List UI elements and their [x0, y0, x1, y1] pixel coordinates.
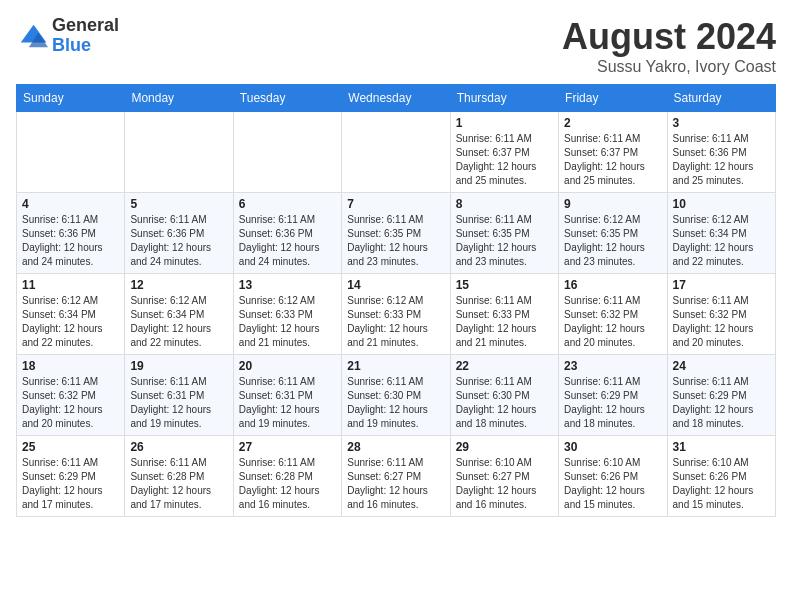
day-info: Sunrise: 6:11 AM Sunset: 6:29 PM Dayligh…	[673, 375, 770, 431]
day-cell: 11Sunrise: 6:12 AM Sunset: 6:34 PM Dayli…	[17, 274, 125, 355]
week-row-3: 11Sunrise: 6:12 AM Sunset: 6:34 PM Dayli…	[17, 274, 776, 355]
week-row-1: 1Sunrise: 6:11 AM Sunset: 6:37 PM Daylig…	[17, 112, 776, 193]
day-cell: 22Sunrise: 6:11 AM Sunset: 6:30 PM Dayli…	[450, 355, 558, 436]
day-cell: 12Sunrise: 6:12 AM Sunset: 6:34 PM Dayli…	[125, 274, 233, 355]
day-number: 5	[130, 197, 227, 211]
day-cell: 2Sunrise: 6:11 AM Sunset: 6:37 PM Daylig…	[559, 112, 667, 193]
day-info: Sunrise: 6:11 AM Sunset: 6:37 PM Dayligh…	[456, 132, 553, 188]
weekday-tuesday: Tuesday	[233, 85, 341, 112]
page-header: General Blue August 2024 Sussu Yakro, Iv…	[16, 16, 776, 76]
day-number: 26	[130, 440, 227, 454]
day-number: 14	[347, 278, 444, 292]
week-row-4: 18Sunrise: 6:11 AM Sunset: 6:32 PM Dayli…	[17, 355, 776, 436]
weekday-friday: Friday	[559, 85, 667, 112]
day-cell: 25Sunrise: 6:11 AM Sunset: 6:29 PM Dayli…	[17, 436, 125, 517]
location: Sussu Yakro, Ivory Coast	[562, 58, 776, 76]
day-cell: 8Sunrise: 6:11 AM Sunset: 6:35 PM Daylig…	[450, 193, 558, 274]
day-info: Sunrise: 6:11 AM Sunset: 6:35 PM Dayligh…	[456, 213, 553, 269]
day-number: 3	[673, 116, 770, 130]
day-number: 30	[564, 440, 661, 454]
logo-text: General Blue	[52, 16, 119, 56]
day-info: Sunrise: 6:10 AM Sunset: 6:26 PM Dayligh…	[564, 456, 661, 512]
weekday-wednesday: Wednesday	[342, 85, 450, 112]
day-info: Sunrise: 6:12 AM Sunset: 6:35 PM Dayligh…	[564, 213, 661, 269]
day-number: 17	[673, 278, 770, 292]
day-cell	[125, 112, 233, 193]
title-block: August 2024 Sussu Yakro, Ivory Coast	[562, 16, 776, 76]
day-cell: 9Sunrise: 6:12 AM Sunset: 6:35 PM Daylig…	[559, 193, 667, 274]
day-info: Sunrise: 6:11 AM Sunset: 6:31 PM Dayligh…	[239, 375, 336, 431]
weekday-monday: Monday	[125, 85, 233, 112]
day-cell: 30Sunrise: 6:10 AM Sunset: 6:26 PM Dayli…	[559, 436, 667, 517]
day-info: Sunrise: 6:11 AM Sunset: 6:29 PM Dayligh…	[564, 375, 661, 431]
day-number: 13	[239, 278, 336, 292]
weekday-sunday: Sunday	[17, 85, 125, 112]
day-cell: 3Sunrise: 6:11 AM Sunset: 6:36 PM Daylig…	[667, 112, 775, 193]
day-info: Sunrise: 6:11 AM Sunset: 6:37 PM Dayligh…	[564, 132, 661, 188]
week-row-2: 4Sunrise: 6:11 AM Sunset: 6:36 PM Daylig…	[17, 193, 776, 274]
day-info: Sunrise: 6:12 AM Sunset: 6:34 PM Dayligh…	[673, 213, 770, 269]
day-info: Sunrise: 6:12 AM Sunset: 6:34 PM Dayligh…	[130, 294, 227, 350]
day-cell: 17Sunrise: 6:11 AM Sunset: 6:32 PM Dayli…	[667, 274, 775, 355]
day-cell: 15Sunrise: 6:11 AM Sunset: 6:33 PM Dayli…	[450, 274, 558, 355]
day-number: 21	[347, 359, 444, 373]
weekday-saturday: Saturday	[667, 85, 775, 112]
day-cell: 18Sunrise: 6:11 AM Sunset: 6:32 PM Dayli…	[17, 355, 125, 436]
day-cell: 5Sunrise: 6:11 AM Sunset: 6:36 PM Daylig…	[125, 193, 233, 274]
day-number: 7	[347, 197, 444, 211]
day-info: Sunrise: 6:11 AM Sunset: 6:31 PM Dayligh…	[130, 375, 227, 431]
day-info: Sunrise: 6:11 AM Sunset: 6:30 PM Dayligh…	[456, 375, 553, 431]
day-number: 8	[456, 197, 553, 211]
day-cell	[17, 112, 125, 193]
day-info: Sunrise: 6:11 AM Sunset: 6:35 PM Dayligh…	[347, 213, 444, 269]
day-info: Sunrise: 6:10 AM Sunset: 6:27 PM Dayligh…	[456, 456, 553, 512]
week-row-5: 25Sunrise: 6:11 AM Sunset: 6:29 PM Dayli…	[17, 436, 776, 517]
day-number: 1	[456, 116, 553, 130]
day-number: 23	[564, 359, 661, 373]
day-number: 24	[673, 359, 770, 373]
weekday-thursday: Thursday	[450, 85, 558, 112]
logo-line2: Blue	[52, 36, 119, 56]
day-cell: 4Sunrise: 6:11 AM Sunset: 6:36 PM Daylig…	[17, 193, 125, 274]
day-cell	[342, 112, 450, 193]
day-cell: 26Sunrise: 6:11 AM Sunset: 6:28 PM Dayli…	[125, 436, 233, 517]
day-number: 6	[239, 197, 336, 211]
day-info: Sunrise: 6:11 AM Sunset: 6:30 PM Dayligh…	[347, 375, 444, 431]
day-number: 2	[564, 116, 661, 130]
day-cell: 21Sunrise: 6:11 AM Sunset: 6:30 PM Dayli…	[342, 355, 450, 436]
day-cell: 23Sunrise: 6:11 AM Sunset: 6:29 PM Dayli…	[559, 355, 667, 436]
day-number: 22	[456, 359, 553, 373]
day-number: 10	[673, 197, 770, 211]
day-cell: 24Sunrise: 6:11 AM Sunset: 6:29 PM Dayli…	[667, 355, 775, 436]
day-info: Sunrise: 6:11 AM Sunset: 6:29 PM Dayligh…	[22, 456, 119, 512]
day-number: 20	[239, 359, 336, 373]
day-cell: 29Sunrise: 6:10 AM Sunset: 6:27 PM Dayli…	[450, 436, 558, 517]
day-number: 9	[564, 197, 661, 211]
month-year: August 2024	[562, 16, 776, 58]
day-info: Sunrise: 6:11 AM Sunset: 6:32 PM Dayligh…	[564, 294, 661, 350]
day-cell: 31Sunrise: 6:10 AM Sunset: 6:26 PM Dayli…	[667, 436, 775, 517]
day-number: 28	[347, 440, 444, 454]
day-cell: 10Sunrise: 6:12 AM Sunset: 6:34 PM Dayli…	[667, 193, 775, 274]
weekday-header-row: SundayMondayTuesdayWednesdayThursdayFrid…	[17, 85, 776, 112]
day-number: 19	[130, 359, 227, 373]
day-number: 31	[673, 440, 770, 454]
logo: General Blue	[16, 16, 119, 56]
day-info: Sunrise: 6:11 AM Sunset: 6:33 PM Dayligh…	[456, 294, 553, 350]
logo-icon	[16, 20, 48, 52]
day-info: Sunrise: 6:12 AM Sunset: 6:33 PM Dayligh…	[347, 294, 444, 350]
day-info: Sunrise: 6:11 AM Sunset: 6:28 PM Dayligh…	[239, 456, 336, 512]
day-cell: 28Sunrise: 6:11 AM Sunset: 6:27 PM Dayli…	[342, 436, 450, 517]
day-number: 25	[22, 440, 119, 454]
day-cell: 19Sunrise: 6:11 AM Sunset: 6:31 PM Dayli…	[125, 355, 233, 436]
day-cell: 20Sunrise: 6:11 AM Sunset: 6:31 PM Dayli…	[233, 355, 341, 436]
day-info: Sunrise: 6:11 AM Sunset: 6:28 PM Dayligh…	[130, 456, 227, 512]
day-cell: 13Sunrise: 6:12 AM Sunset: 6:33 PM Dayli…	[233, 274, 341, 355]
day-cell: 16Sunrise: 6:11 AM Sunset: 6:32 PM Dayli…	[559, 274, 667, 355]
day-cell	[233, 112, 341, 193]
day-number: 4	[22, 197, 119, 211]
day-cell: 1Sunrise: 6:11 AM Sunset: 6:37 PM Daylig…	[450, 112, 558, 193]
day-info: Sunrise: 6:10 AM Sunset: 6:26 PM Dayligh…	[673, 456, 770, 512]
day-info: Sunrise: 6:12 AM Sunset: 6:34 PM Dayligh…	[22, 294, 119, 350]
day-cell: 14Sunrise: 6:12 AM Sunset: 6:33 PM Dayli…	[342, 274, 450, 355]
